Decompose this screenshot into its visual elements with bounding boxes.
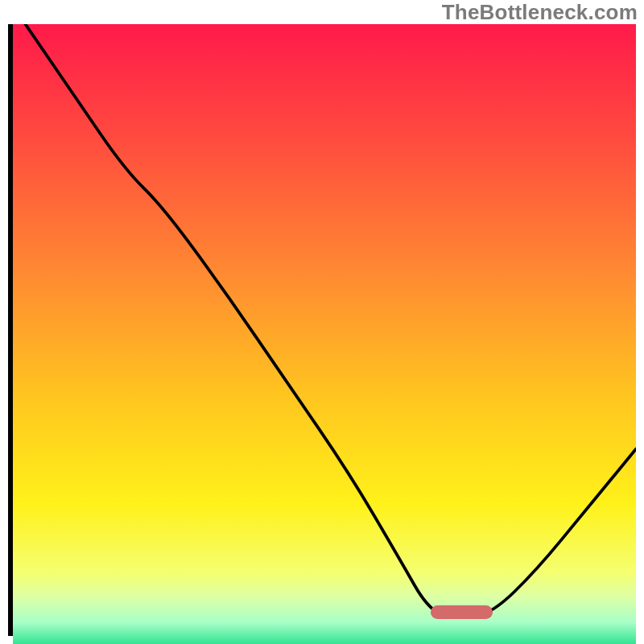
watermark-text: TheBottleneck.com [442,0,638,25]
bottleneck-curve [13,24,636,631]
sweet-spot-marker [431,605,493,619]
chart-stage: TheBottleneck.com [0,0,644,644]
plot-frame [8,24,636,636]
plot-area [13,24,636,631]
